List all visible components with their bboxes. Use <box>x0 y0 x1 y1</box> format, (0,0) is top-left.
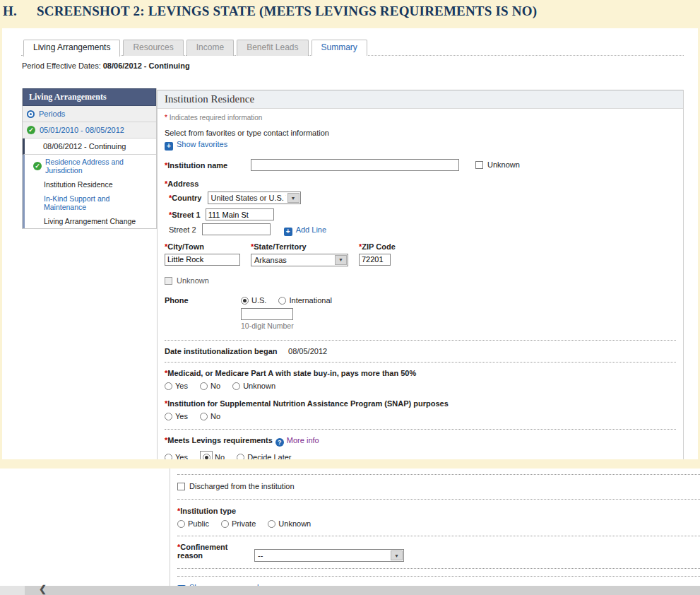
sidebar-item-current-period[interactable]: 08/06/2012 - Continuing <box>23 139 156 155</box>
sidebar-item-periods[interactable]: Periods <box>23 106 156 122</box>
confinement-reason-select[interactable]: -- <box>254 549 404 562</box>
add-line-link[interactable]: +Add Line <box>284 225 326 234</box>
street1-input[interactable] <box>206 208 274 220</box>
levings-no-radio[interactable]: No <box>200 453 225 460</box>
levings-yes-radio[interactable]: Yes <box>165 453 188 460</box>
tab-benefit-leads[interactable]: Benefit Leads <box>237 40 308 56</box>
plus-icon: + <box>165 142 173 151</box>
heading-text: SCREENSHOT 2: LEVINGS STATE (MEETS LEVIN… <box>37 4 537 18</box>
confinement-reason-label: Confinement reason <box>177 543 252 560</box>
city-label: City/Town <box>165 242 251 251</box>
tab-summary[interactable]: Summary <box>312 40 367 56</box>
separator <box>177 499 700 500</box>
institution-name-unknown[interactable]: Unknown <box>475 160 520 169</box>
radio-icon[interactable] <box>237 454 244 460</box>
radio-icon[interactable] <box>268 520 275 528</box>
horizontal-scrollbar[interactable]: ❮ <box>0 586 700 595</box>
radio-icon[interactable] <box>200 382 208 390</box>
date-inst-began-label: Date institutionalization began <box>165 347 286 355</box>
show-favorites-link[interactable]: +Show favorites <box>165 140 676 151</box>
street2-input[interactable] <box>202 223 271 235</box>
tab-resources[interactable]: Resources <box>123 40 183 56</box>
scrollbar-corner <box>0 586 25 595</box>
period-effective-dates: Period Effective Dates: 08/06/2012 - Con… <box>22 61 190 70</box>
radio-icon[interactable] <box>278 297 286 305</box>
radio-icon[interactable] <box>165 454 172 460</box>
discharged-checkbox-row[interactable]: Discharged from the institution <box>177 482 700 490</box>
phone-us-radio[interactable]: U.S. <box>241 296 266 305</box>
street1-label: Street 1 <box>169 211 201 219</box>
levings-decide-later-radio[interactable]: Decide Later <box>237 453 291 460</box>
sidebar-title: Living Arrangements <box>23 88 156 106</box>
focus-outline <box>200 451 213 460</box>
sidebar-item-institution-residence[interactable]: Institution Residence <box>25 177 156 192</box>
separator <box>177 576 700 577</box>
state-label: State/Territory <box>251 242 359 251</box>
country-select[interactable]: United States or U.S. Territory <box>208 192 301 204</box>
more-info-link[interactable]: More info <box>287 436 319 444</box>
street2-label: Street 2 <box>169 225 196 234</box>
separator <box>177 568 700 569</box>
radio-icon[interactable] <box>203 454 210 460</box>
document-heading: H.SCREENSHOT 2: LEVINGS STATE (MEETS LEV… <box>3 4 695 19</box>
unknown-checkbox-disabled[interactable] <box>165 277 172 285</box>
institution-type-private-radio[interactable]: Private <box>221 519 256 528</box>
radio-icon[interactable] <box>232 382 240 390</box>
radio-icon[interactable] <box>165 413 172 420</box>
living-arrangements-sidebar: Living Arrangements Periods ✓ 05/01/2010… <box>22 88 157 229</box>
radio-icon[interactable] <box>221 520 229 528</box>
required-note: * Indicates required information <box>165 114 676 122</box>
zip-input[interactable] <box>359 254 391 266</box>
heading-number: H. <box>3 4 37 19</box>
institution-residence-form: Institution Residence * Indicates requir… <box>157 90 684 459</box>
screenshot-top-panel: Living ArrangementsResourcesIncomeBenefi… <box>2 28 698 459</box>
separator <box>165 362 676 363</box>
required-asterisk: * <box>165 114 167 122</box>
tab-living-arrangements[interactable]: Living Arrangements <box>23 40 120 57</box>
separator <box>177 536 700 536</box>
help-icon[interactable]: ? <box>275 438 284 447</box>
tab-bar: Living ArrangementsResourcesIncomeBenefi… <box>23 40 370 56</box>
sidebar-item-prior-period[interactable]: ✓ 05/01/2010 - 08/05/2012 <box>23 122 156 139</box>
sidebar-item-residence-address[interactable]: ✓ Residence Address and Jurisdiction <box>25 155 156 177</box>
state-select[interactable]: Arkansas <box>251 254 348 266</box>
address-label: Address <box>165 179 676 188</box>
radio-icon[interactable] <box>165 382 172 390</box>
plus-icon: + <box>284 228 292 236</box>
phone-label: Phone <box>165 296 241 330</box>
green-check-icon: ✓ <box>33 162 42 170</box>
green-check-icon: ✓ <box>27 126 35 134</box>
separator <box>177 474 700 475</box>
sidebar-subsection: ✓ Residence Address and Jurisdiction Ins… <box>23 155 156 228</box>
institution-type-public-radio[interactable]: Public <box>177 519 209 528</box>
unknown-checkbox[interactable] <box>475 161 483 169</box>
city-input[interactable] <box>165 254 240 266</box>
snap-no-radio[interactable]: No <box>200 412 220 420</box>
sidebar-item-living-arrangement-change[interactable]: Living Arrangement Change <box>25 214 156 228</box>
date-inst-began-value: 08/05/2012 <box>288 347 327 355</box>
medicaid-label: Medicaid, or Medicare Part A with state … <box>165 369 676 377</box>
periods-bullseye-icon <box>27 110 35 118</box>
radio-icon[interactable] <box>177 520 185 528</box>
chevron-left-icon[interactable]: ❮ <box>39 584 47 594</box>
institution-type-unknown-radio[interactable]: Unknown <box>268 519 311 528</box>
separator <box>165 429 676 430</box>
period-effective-dates-value: 08/06/2012 - Continuing <box>103 61 190 70</box>
favorites-hint: Select from favorites or type contact in… <box>165 129 676 137</box>
medicaid-no-radio[interactable]: No <box>200 382 220 390</box>
phone-number-input[interactable] <box>241 308 293 320</box>
sidebar-item-inkind-support[interactable]: In-Kind Support and Maintenance <box>25 192 156 214</box>
phone-international-radio[interactable]: International <box>278 296 332 305</box>
medicaid-unknown-radio[interactable]: Unknown <box>232 382 275 390</box>
levings-label-row: Meets Levings requirements?More info <box>165 436 676 447</box>
medicaid-yes-radio[interactable]: Yes <box>165 382 188 390</box>
radio-icon[interactable] <box>241 297 249 305</box>
institution-name-input[interactable] <box>251 159 459 171</box>
address-unknown[interactable]: Unknown <box>165 276 676 285</box>
separator <box>165 340 676 341</box>
screenshot-bottom-panel: Discharged from the institution Institut… <box>0 469 700 587</box>
radio-icon[interactable] <box>200 413 208 420</box>
tab-income[interactable]: Income <box>186 40 234 56</box>
snap-yes-radio[interactable]: Yes <box>165 412 188 420</box>
discharged-checkbox[interactable] <box>177 483 185 490</box>
